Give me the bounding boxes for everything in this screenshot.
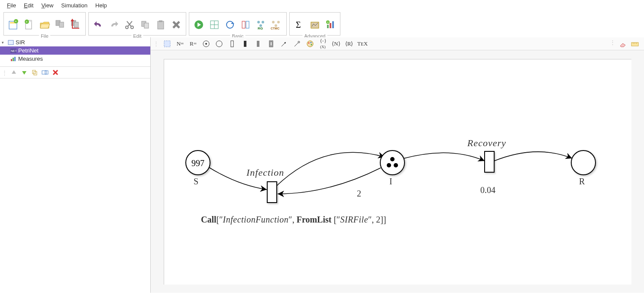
toolbar-group-advanced: Σ + Advanced [289, 12, 340, 36]
tree-petrinet-label: PetriNet [18, 47, 39, 54]
n-angle-tool[interactable]: ⟨N⟩ [331, 39, 341, 49]
save-all-button[interactable] [69, 17, 83, 33]
measures-icon [10, 56, 16, 62]
x-brace-label: ⟨··⟩(X) [320, 38, 326, 49]
play-button[interactable] [192, 17, 206, 33]
menu-edit[interactable]: Edit [20, 1, 37, 10]
save-button[interactable] [53, 17, 67, 33]
transition-gray-tool[interactable] [253, 39, 263, 49]
svg-rect-47 [8, 40, 13, 45]
place-tool[interactable] [201, 39, 211, 49]
select-tool[interactable] [162, 39, 172, 49]
menu-view[interactable]: View [38, 1, 57, 10]
svg-marker-29 [231, 22, 234, 24]
svg-point-74 [307, 41, 313, 47]
ctmc-button[interactable]: CTMC [270, 17, 284, 33]
svg-point-75 [308, 42, 310, 43]
play-icon [194, 20, 204, 30]
paste-button[interactable] [154, 17, 168, 33]
copy-button[interactable] [138, 17, 152, 33]
eraser-tool[interactable] [618, 39, 628, 49]
tree-arrow-icon: ▾ [2, 40, 6, 45]
open-button[interactable] [38, 17, 52, 33]
delete-x-small-icon [52, 69, 58, 75]
transition-black-icon [243, 40, 248, 48]
x-brace-tool[interactable]: ⟨··⟩(X) [318, 39, 328, 49]
svg-text:Σ: Σ [296, 20, 301, 29]
transition-black-tool[interactable] [240, 39, 250, 49]
svg-line-15 [128, 21, 132, 26]
new-file-button[interactable]: + [22, 17, 36, 33]
sigma-icon: Σ [294, 20, 304, 30]
redo-button[interactable] [107, 17, 121, 33]
color-tool[interactable] [305, 39, 315, 49]
svg-line-16 [127, 21, 131, 26]
new-project-button[interactable]: + [6, 17, 20, 33]
tree-item-petrinet[interactable]: NET PetriNet [0, 46, 150, 55]
move-up-button[interactable] [10, 69, 18, 76]
svg-point-36 [272, 21, 275, 23]
analysis-button[interactable] [308, 17, 322, 33]
tree-item-measures[interactable]: Measures [0, 55, 150, 63]
toolbar-group-edit-label: Edit [132, 33, 143, 39]
new-project-icon: + [7, 19, 19, 31]
arrow-up-icon [11, 69, 17, 75]
svg-rect-61 [164, 41, 170, 47]
svg-point-37 [277, 21, 280, 23]
menu-help[interactable]: Help [92, 1, 110, 10]
arc-weight-label: 2 [357, 189, 361, 199]
duplicate-button[interactable] [31, 69, 39, 76]
unfold-icon [240, 20, 251, 30]
rename-button[interactable] [41, 69, 49, 76]
svg-rect-43 [330, 23, 331, 28]
toolbar-group-file-label: File [39, 33, 50, 39]
move-down-button[interactable] [20, 69, 28, 76]
r-angle-tool[interactable]: ⟨R⟩ [344, 39, 354, 49]
project-tree: ▾ SIR NET PetriNet Measures [0, 37, 150, 64]
menu-simulation[interactable]: Simulation [58, 1, 91, 10]
place-empty-tool[interactable] [214, 39, 224, 49]
svg-point-64 [216, 41, 222, 47]
svg-rect-65 [231, 41, 233, 47]
duplicate-icon [32, 69, 38, 75]
n-eq-tool[interactable]: N= [175, 39, 185, 49]
chart-button[interactable]: + [324, 17, 337, 33]
svg-rect-89 [267, 182, 277, 203]
ruler-tool[interactable] [630, 39, 640, 49]
transition-outline-tool[interactable] [266, 39, 276, 49]
tree-measures-label: Measures [18, 56, 43, 62]
editor-area: ⋮ N= R= ⟨··⟩(X) ⟨N⟩ ⟨R⟩ TEX ⋮ [151, 37, 644, 293]
grip-icon: ⋮ [2, 69, 7, 76]
layout-button[interactable] [207, 17, 221, 33]
place-s-tokens: 997 [191, 158, 204, 168]
canvas-viewport[interactable]: 997 S I R Infection [151, 50, 644, 293]
arc-tool[interactable] [279, 39, 289, 49]
svg-rect-69 [270, 42, 272, 46]
cut-button[interactable] [123, 17, 136, 33]
transition-gray-icon [256, 40, 261, 48]
r-eq-tool[interactable]: R= [188, 39, 198, 49]
canvas[interactable]: 997 S I R Infection [164, 59, 631, 285]
new-file-icon: + [23, 19, 35, 31]
rg-button[interactable]: RG [254, 17, 268, 33]
sigma-button[interactable]: Σ [292, 17, 306, 33]
inhibitor-arc-tool[interactable] [292, 39, 302, 49]
toolbar-group-edit: Edit [88, 12, 186, 36]
svg-rect-66 [244, 41, 246, 47]
tex-tool[interactable]: TEX [357, 39, 368, 49]
svg-point-88 [571, 151, 595, 175]
undo-button[interactable] [91, 17, 105, 33]
unfold-button[interactable] [239, 17, 252, 33]
cycle-button[interactable] [223, 17, 237, 33]
svg-rect-20 [159, 20, 162, 22]
menu-file[interactable]: File [3, 1, 19, 10]
tree-root-sir[interactable]: ▾ SIR [0, 38, 150, 46]
svg-point-77 [311, 44, 312, 45]
svg-rect-52 [14, 57, 16, 61]
delete-tree-button[interactable] [52, 69, 59, 76]
transition-white-tool[interactable] [227, 39, 237, 49]
delete-button[interactable] [169, 17, 183, 33]
delete-x-icon [171, 20, 181, 30]
svg-marker-53 [12, 70, 16, 74]
place-empty-icon [215, 40, 223, 48]
